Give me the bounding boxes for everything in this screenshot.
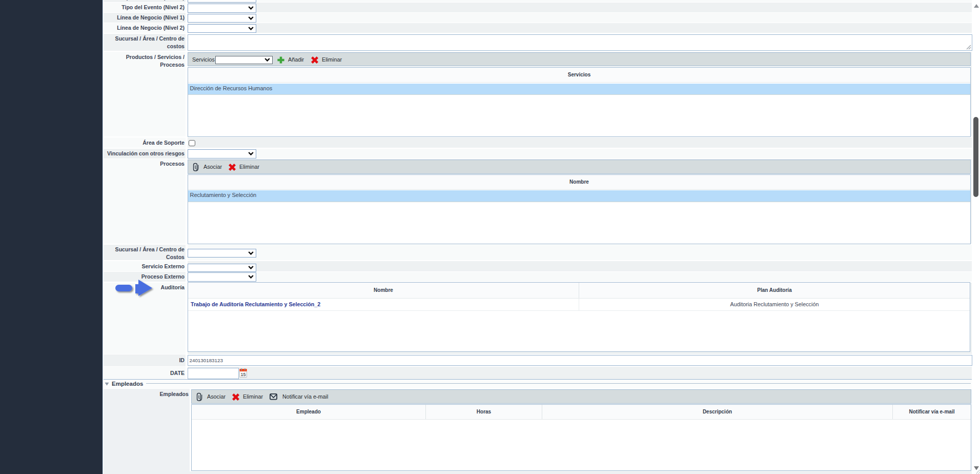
svg-text:15: 15 xyxy=(240,371,246,377)
